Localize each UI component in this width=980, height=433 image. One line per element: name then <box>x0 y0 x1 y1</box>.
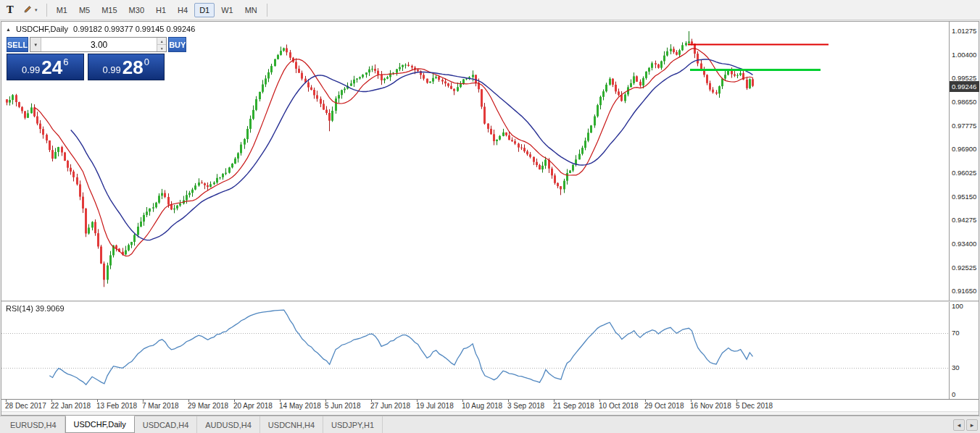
price-axis-label: 1.01275 <box>952 27 976 35</box>
chart-symbol-label: USDCHF,Daily <box>16 25 68 33</box>
tab-usdjpy-h1[interactable]: USDJPY,H1 <box>323 416 383 433</box>
timeframe-m30[interactable]: M30 <box>124 3 149 17</box>
timeframe-d1[interactable]: D1 <box>194 3 215 17</box>
date-label: 7 Mar 2018 <box>142 402 179 410</box>
chevron-right-icon: ▸ <box>971 421 974 429</box>
tab-usdcad-h4[interactable]: USDCAD,H4 <box>135 416 198 433</box>
volume-input[interactable] <box>41 38 157 51</box>
timeframe-w1[interactable]: W1 <box>216 3 238 17</box>
tab-audusd-h4[interactable]: AUDUSD,H4 <box>197 416 260 433</box>
date-axis[interactable]: 28 Dec 201722 Jan 201813 Feb 20187 Mar 2… <box>1 399 979 411</box>
volume-dropdown-button[interactable]: ▼ <box>30 38 41 51</box>
price-axis-label: 0.91650 <box>952 287 976 295</box>
date-label: 19 Jul 2018 <box>416 402 454 410</box>
text-tool-icon: T <box>7 4 14 15</box>
price-axis-label: 0.96025 <box>952 169 976 177</box>
one-click-trade-panel: SELL ▼ ▲ ▼ BUY 0.99 24 6 <box>7 37 165 80</box>
spin-up-button[interactable]: ▲ <box>157 38 166 45</box>
chart-tab-bar: EURUSD,H4USDCHF,DailyUSDCAD,H4AUDUSD,H4U… <box>0 416 980 433</box>
date-label: 20 Apr 2018 <box>233 402 273 410</box>
date-label: 10 Aug 2018 <box>462 402 502 410</box>
date-label: 14 May 2018 <box>279 402 321 410</box>
date-label: 29 Oct 2018 <box>644 402 684 410</box>
tab-usdchf-daily[interactable]: USDCHF,Daily <box>65 416 135 433</box>
timeframe-h4[interactable]: H4 <box>173 3 193 17</box>
date-label: 5 Dec 2018 <box>736 402 773 410</box>
date-label: 5 Jun 2018 <box>325 402 361 410</box>
date-label: 13 Feb 2018 <box>96 402 137 410</box>
timeframe-mn[interactable]: MN <box>240 3 262 17</box>
price-axis-label: 0.97775 <box>952 122 976 130</box>
sell-price-point: 6 <box>63 56 68 67</box>
tab-scroll-left-button[interactable]: ◂ <box>953 419 965 431</box>
chevron-left-icon: ◂ <box>958 421 961 429</box>
chart-title: ▲ USDCHF,Daily 0.99182 0.99377 0.99145 0… <box>6 25 195 33</box>
sell-button[interactable]: SELL <box>7 37 28 52</box>
date-label: 21 Sep 2018 <box>553 402 594 410</box>
date-label: 27 Jun 2018 <box>370 402 410 410</box>
date-label: 10 Oct 2018 <box>599 402 638 410</box>
date-label: 3 Sep 2018 <box>507 402 544 410</box>
timeframe-m15[interactable]: M15 <box>96 3 122 17</box>
volume-field: ▼ ▲ ▼ <box>30 37 167 52</box>
price-axis-label: 0.95150 <box>952 193 976 201</box>
rsi-chart-canvas[interactable] <box>1 302 950 399</box>
chevron-down-icon: ▼ <box>33 43 38 47</box>
chart-window: ▲ USDCHF,Daily 0.99182 0.99377 0.99145 0… <box>1 21 979 416</box>
timeframe-m1[interactable]: M1 <box>51 3 72 17</box>
buy-price-display[interactable]: 0.99 28 0 <box>88 54 165 80</box>
rsi-axis-label: 30 <box>952 363 960 371</box>
brush-icon <box>22 5 32 14</box>
tab-usdcnh-h4[interactable]: USDCNH,H4 <box>260 416 323 433</box>
volume-spinner: ▲ ▼ <box>157 38 166 51</box>
timeframe-buttons: M1M5M15M30H1H4D1W1MN <box>51 3 263 17</box>
buy-price-pips: 28 <box>122 59 144 77</box>
price-axis-label: 0.93400 <box>952 240 976 248</box>
buy-price-point: 0 <box>144 56 149 67</box>
main-price-pane: ▲ USDCHF,Daily 0.99182 0.99377 0.99145 0… <box>1 22 950 300</box>
price-axis-label: 0.94275 <box>952 216 976 224</box>
buy-button[interactable]: BUY <box>168 37 186 52</box>
price-axis-label: 0.96900 <box>952 145 976 153</box>
mt4-window: { "toolbar": { "text_tool_glyph": "T", "… <box>0 0 980 433</box>
sell-price-prefix: 0.99 <box>22 64 40 75</box>
date-label: 28 Dec 2017 <box>5 402 46 410</box>
top-toolbar: T ▼ M1M5M15M30H1H4D1W1MN <box>0 0 980 20</box>
sell-price-display[interactable]: 0.99 24 6 <box>7 54 84 80</box>
rsi-axis-label: 0 <box>952 390 955 398</box>
price-axis-label: 1.00400 <box>952 51 976 59</box>
price-axis-label: 0.98650 <box>952 98 976 106</box>
rsi-axis[interactable]: 10070300 <box>949 302 979 399</box>
symbol-arrow-icon: ▲ <box>6 27 11 32</box>
date-label: 29 Mar 2018 <box>188 402 228 410</box>
toolbar-separator <box>46 4 47 17</box>
spin-down-button[interactable]: ▼ <box>157 45 166 51</box>
date-label: 16 Nov 2018 <box>690 402 731 410</box>
rsi-axis-label: 70 <box>952 329 960 337</box>
sell-price-pips: 24 <box>41 59 62 77</box>
rsi-indicator-label: RSI(14) 39.9069 <box>6 304 65 313</box>
current-price-badge: 0.99246 <box>950 81 979 92</box>
timeframe-m5[interactable]: M5 <box>74 3 95 17</box>
chart-ohlc-values: 0.99182 0.99377 0.99145 0.99246 <box>73 25 195 33</box>
price-axis-label: 0.92525 <box>952 264 976 272</box>
tab-scroll-right-button[interactable]: ▸ <box>966 419 978 431</box>
chevron-down-icon: ▼ <box>34 8 38 12</box>
bottom-strip <box>1 411 979 415</box>
buy-price-prefix: 0.99 <box>103 64 121 75</box>
brush-tool-button[interactable]: ▼ <box>18 2 43 18</box>
tab-scrollers: ◂ ▸ <box>952 416 980 433</box>
text-tool-button[interactable]: T <box>2 2 18 18</box>
date-label: 22 Jan 2018 <box>51 402 91 410</box>
chart-tabs: EURUSD,H4USDCHF,DailyUSDCAD,H4AUDUSD,H4U… <box>2 416 383 433</box>
rsi-pane: RSI(14) 39.9069 <box>1 302 950 399</box>
rsi-axis-label: 100 <box>952 302 963 310</box>
price-axis[interactable]: 0.99246 1.012751.004000.995250.986500.97… <box>949 22 979 300</box>
toolbar-separator <box>267 4 267 17</box>
tab-eurusd-h4[interactable]: EURUSD,H4 <box>2 416 65 433</box>
timeframe-h1[interactable]: H1 <box>151 3 171 17</box>
